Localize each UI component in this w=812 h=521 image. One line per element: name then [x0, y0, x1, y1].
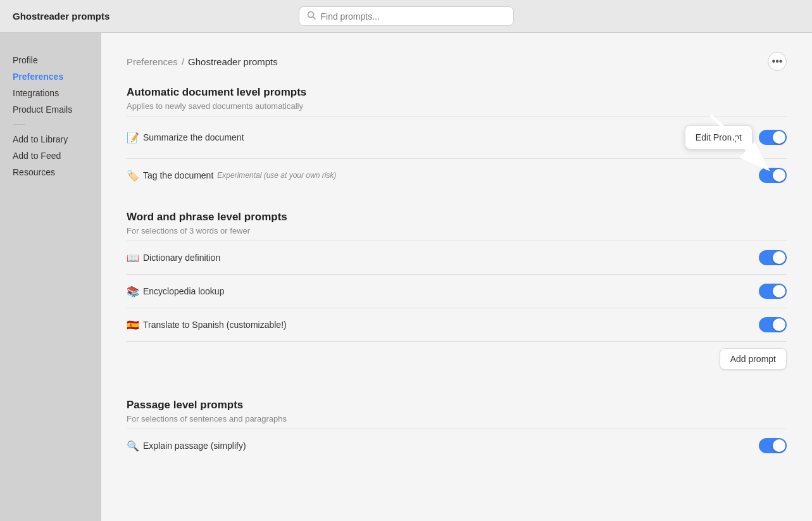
prompt-label-translate: 🇪🇸 Translate to Spanish (customizable!) [127, 319, 287, 331]
section-passage-title: Passage level prompts [127, 399, 787, 411]
section-word-phrase: Word and phrase level prompts For select… [127, 211, 787, 380]
sidebar-item-profile[interactable]: Profile [13, 52, 101, 68]
breadcrumb-current: Ghostreader prompts [188, 56, 278, 67]
dictionary-emoji: 📖 [127, 252, 139, 264]
sidebar-item-resources[interactable]: Resources [13, 164, 101, 180]
explain-toggle[interactable] [759, 438, 787, 453]
summarize-toggle[interactable] [759, 130, 787, 145]
topbar: Ghostreader prompts [0, 0, 812, 33]
section-passage: Passage level prompts For selections of … [127, 399, 787, 462]
sidebar-item-preferences[interactable]: Preferences [13, 68, 101, 85]
translate-text: Translate to Spanish (customizable!) [143, 320, 287, 330]
tag-experimental: Experimental (use at your own risk) [217, 171, 336, 180]
section-automatic-title: Automatic document level prompts [127, 86, 787, 99]
layout: Profile Preferences Integrations Product… [0, 33, 812, 521]
prompt-label-encyclopedia: 📚 Encyclopedia lookup [127, 286, 224, 298]
search-bar[interactable] [299, 6, 514, 26]
breadcrumb-separator: / [182, 56, 184, 67]
encyclopedia-row-right [759, 284, 787, 299]
dictionary-toggle[interactable] [759, 250, 787, 265]
translate-emoji: 🇪🇸 [127, 319, 139, 331]
prompt-list-passage: 🔍 Explain passage (simplify) [127, 429, 787, 462]
translate-row-right [759, 317, 787, 332]
prompt-row-tag: 🏷️ Tag the document Experimental (use at… [127, 158, 787, 192]
svg-line-1 [313, 17, 315, 20]
dictionary-row-right [759, 250, 787, 265]
main-content: Preferences / Ghostreader prompts ••• Au… [101, 33, 812, 521]
prompt-label-summarize: 📝 Summarize the document [127, 132, 244, 144]
prompt-label-explain: 🔍 Explain passage (simplify) [127, 440, 246, 452]
section-automatic: Automatic document level prompts Applies… [127, 86, 787, 192]
prompt-row-translate: 🇪🇸 Translate to Spanish (customizable!) [127, 308, 787, 341]
sidebar-item-product-emails[interactable]: Product Emails [13, 101, 101, 118]
prompt-label-dictionary: 📖 Dictionary definition [127, 252, 220, 264]
search-icon [307, 11, 316, 22]
dictionary-text: Dictionary definition [143, 253, 220, 263]
section-passage-subtitle: For selections of sentences and paragrap… [127, 414, 787, 424]
tag-row-right [759, 168, 787, 183]
prompt-label-tag: 🏷️ Tag the document Experimental (use at… [127, 170, 336, 182]
breadcrumb: Preferences / Ghostreader prompts ••• [127, 52, 787, 71]
prompt-list-automatic: 📝 Summarize the document Edit Prompt 🏷️ … [127, 116, 787, 192]
prompt-list-word-phrase: 📖 Dictionary definition 📚 Encyclopedia l… [127, 241, 787, 380]
sidebar-item-integrations[interactable]: Integrations [13, 85, 101, 101]
prompt-row-encyclopedia: 📚 Encyclopedia lookup [127, 274, 787, 308]
translate-toggle[interactable] [759, 317, 787, 332]
prompt-row-explain: 🔍 Explain passage (simplify) [127, 429, 787, 462]
more-options-button[interactable]: ••• [768, 52, 787, 71]
tag-toggle[interactable] [759, 168, 787, 183]
tag-text: Tag the document [143, 170, 213, 180]
sidebar-item-add-to-feed[interactable]: Add to Feed [13, 148, 101, 164]
section-word-phrase-title: Word and phrase level prompts [127, 211, 787, 223]
breadcrumb-preferences-link[interactable]: Preferences [127, 56, 178, 67]
prompt-row-summarize: 📝 Summarize the document Edit Prompt [127, 116, 787, 158]
add-prompt-row: Add prompt [127, 341, 787, 380]
section-automatic-subtitle: Applies to newly saved documents automat… [127, 101, 787, 111]
tag-emoji: 🏷️ [127, 170, 139, 182]
add-prompt-button[interactable]: Add prompt [720, 348, 787, 370]
app-title: Ghostreader prompts [13, 11, 109, 22]
summarize-text: Summarize the document [143, 132, 244, 142]
search-input[interactable] [321, 11, 506, 22]
explain-row-right [759, 438, 787, 453]
explain-text: Explain passage (simplify) [143, 441, 246, 451]
summarize-row-right: Edit Prompt [685, 125, 787, 149]
sidebar-item-add-to-library[interactable]: Add to Library [13, 131, 101, 148]
summarize-emoji: 📝 [127, 132, 139, 144]
encyclopedia-text: Encyclopedia lookup [143, 286, 224, 296]
encyclopedia-emoji: 📚 [127, 286, 139, 298]
encyclopedia-toggle[interactable] [759, 284, 787, 299]
explain-emoji: 🔍 [127, 440, 139, 452]
section-word-phrase-subtitle: For selections of 3 words or fewer [127, 226, 787, 235]
sidebar: Profile Preferences Integrations Product… [0, 33, 101, 521]
sidebar-divider [13, 124, 25, 125]
edit-prompt-popup[interactable]: Edit Prompt [685, 125, 753, 149]
prompt-row-dictionary: 📖 Dictionary definition [127, 241, 787, 274]
